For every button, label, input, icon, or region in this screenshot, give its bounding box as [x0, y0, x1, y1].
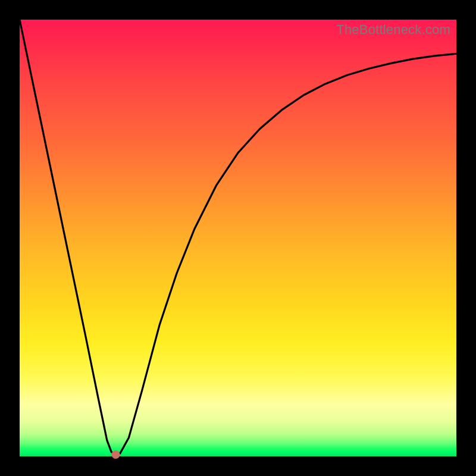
chart-plot-area: TheBottleneck.com — [20, 20, 456, 456]
chart-frame: TheBottleneck.com — [0, 0, 476, 476]
chart-svg — [20, 20, 456, 456]
minimum-marker — [111, 450, 120, 459]
bottleneck-curve-path — [20, 20, 456, 455]
